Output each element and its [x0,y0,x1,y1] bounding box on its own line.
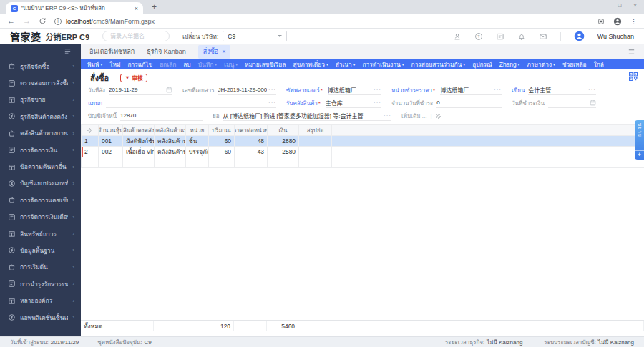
table-cell[interactable]: บรรจุภัณฑ์ [186,147,209,157]
toolbar-edit-button[interactable]: การแก้ไข [124,59,156,69]
ellipsis-picker-icon[interactable]: ··· [587,87,596,93]
toolbar-close-button[interactable]: ใกล้ [590,59,608,69]
browser-tab[interactable]: C "แม่บ้าน" ERP C9 <S> หน้าที่หลัก × [6,2,143,14]
note-icon[interactable] [496,32,504,41]
toolbar-joint-query-button[interactable]: การสอบสวนร่วมกัน▾ [408,59,469,69]
table-header-cell[interactable] [82,124,99,136]
company-select[interactable]: C9 [223,31,287,41]
sidebar-item-fixed-assets[interactable]: สินทรัพย์ถาวร› [0,225,81,242]
global-search[interactable] [102,31,170,41]
table-cell[interactable]: 2880 [268,136,299,147]
field-pay-days-input[interactable]: 0 [436,99,502,108]
toolbar-print-button[interactable]: พิมพ์▾ [84,59,106,69]
browser-profile-icon[interactable] [613,17,622,26]
table-cell[interactable]: 002 [99,147,123,157]
site-info-icon[interactable]: i [54,18,62,25]
extension-icon[interactable] [597,18,605,25]
table-cell[interactable]: 001 [99,136,123,147]
side-panel-handle[interactable]: ขยาย + [635,120,644,160]
table-cell[interactable] [299,136,332,147]
toolbar-language-button[interactable]: ภาษาต่าง▾ [523,59,558,69]
refresh-icon[interactable] [39,17,47,25]
table-cell[interactable]: ชิ้น [186,136,209,147]
toolbar-single-health-button[interactable]: สุขภาพเดี่ยว▾ [289,59,331,69]
new-tab-button[interactable]: + [152,2,157,12]
sidebar-item-multi-org[interactable]: หลายองค์กร› [0,292,81,308]
table-gear-icon[interactable] [87,127,93,134]
bell-icon[interactable] [517,32,526,41]
toolbar-copy-button[interactable]: สำเนา▾ [332,59,359,69]
table-cell[interactable]: เนื้อเยื่อ Vinda [123,147,155,157]
sidebar-item-finance[interactable]: การจัดการเงิน› [0,142,81,158]
search-input[interactable] [110,33,159,39]
field-label[interactable]: รับคลังสินค้า* [286,99,326,108]
tab-close-icon[interactable]: × [222,48,225,55]
audit-icon[interactable] [453,32,462,41]
sidebar-item-system-maintenance[interactable]: การบำรุงรักษาระบบ› [0,275,81,292]
field-writer-input[interactable]: 会计主管··· [528,86,596,95]
sidebar-item-purchase[interactable]: ธุรกิจจัดซื้อ› [0,58,81,74]
field-department-input[interactable]: ··· [106,99,276,108]
ellipsis-picker-icon[interactable]: ··· [267,87,276,93]
toolbar-zhang-button[interactable]: Zhang▾ [496,61,524,68]
tab-close-icon[interactable]: × [135,5,138,12]
sidebar-item-basic-data[interactable]: ข้อมูลพื้นฐาน› [0,242,81,258]
sidebar-item-other-query[interactable]: ข้อความค้นหาอื่น ๆ› [0,158,81,175]
table-cell[interactable]: 60 [209,136,235,147]
sidebar-item-purchase-review[interactable]: ตรวจสอบการสั่งซื้อ› [0,74,81,91]
sidebar-collapse-icon[interactable] [64,47,72,55]
more-fields-link[interactable]: เพิ่มเติม ...| [401,112,441,121]
tab-purchase-order[interactable]: สั่งซื้อ× [198,45,231,59]
sidebar-item-payroll[interactable]: การจัดการเงินเดือน› [0,209,81,225]
sidebar-item-app-center[interactable]: แอพพลิเคชั่นเซ็นเตอร์› [0,309,81,326]
toolbar-serial-number-button[interactable]: หมายเลขซีเรียล [241,59,289,69]
field-recv-warehouse-input[interactable]: 主仓库··· [326,99,381,108]
sidebar-item-cashier[interactable]: การจัดการแคชเชียร์› [0,192,81,208]
ellipsis-picker-icon[interactable]: ··· [382,112,391,119]
toolbar-equipment-button[interactable]: อุปกรณ์ [469,59,496,69]
table-header-cell[interactable]: หน่วย [186,124,209,136]
table-empty-row[interactable] [81,157,644,168]
table-header-cell[interactable]: ชื่อสินค้าคงคลังแ.. [123,124,155,136]
field-pay-unit-input[interactable]: 博达纸箱厂··· [440,86,502,95]
browser-menu-icon[interactable]: ⋮ [630,18,637,25]
field-payable-balance-input[interactable]: 12870 [120,112,203,121]
table-cell[interactable]: 43 [235,147,268,157]
mail-icon[interactable] [539,32,547,41]
table-cell[interactable] [299,147,332,157]
help-icon[interactable]: ? [474,32,483,41]
table-header-cell[interactable]: ปริมาณ [209,124,235,136]
sidebar-item-general-ledger[interactable]: บัญชีแยกประเภททั่วไป› [0,175,81,192]
table-header-cell[interactable]: ราคาต่อหน่วย [235,124,268,136]
field-doc-no-input[interactable]: JH-2019-11-29-00004··· [218,86,276,95]
table-cell[interactable]: คลังสินค้าหลัก [155,147,186,157]
calendar-icon[interactable] [590,99,596,106]
field-order-date-input[interactable]: 2019-11-29 [109,86,172,95]
toolbar-delete-button[interactable]: ลบ [180,59,194,69]
qr-code-icon[interactable] [629,72,638,81]
gear-icon[interactable] [435,113,441,119]
tab-main-interface[interactable]: อินเตอร์เฟซหลัก [89,47,135,57]
table-header-cell[interactable]: สรุปย่อ [299,124,332,136]
forward-icon[interactable]: → [23,17,31,25]
field-label[interactable]: ซัพพลายเออร์* [286,86,328,95]
ellipsis-picker-icon[interactable]: ··· [372,99,381,106]
sidebar-item-physical-warehouse[interactable]: คลังสินค้าทางกายภาพ› [0,125,81,142]
calendar-icon[interactable] [166,87,172,93]
table-cell[interactable]: 48 [235,136,268,147]
tab-list-icon[interactable] [628,48,635,56]
toolbar-new-button[interactable]: ใหม่ [106,59,124,69]
toolbar-help-button[interactable]: ช่วยเหลือ [559,59,590,69]
field-summary-input[interactable]: 从 [博达纸箱厂] 购进 [管家婆多功能加湿器] 等:会计主管··· [223,112,392,121]
field-pay-date-input[interactable] [548,99,596,108]
table-cell[interactable]: 2580 [268,147,299,157]
table-row[interactable]: 1001มัลติฟังก์ชั่นเ...คลังสินค้าหลักชิ้น… [81,136,644,147]
table-header-cell[interactable]: จำนวนหุ้น [99,124,123,136]
ellipsis-picker-icon[interactable]: ··· [372,87,381,93]
table-cell[interactable]: คลังสินค้าหลัก [155,136,186,147]
sidebar-item-inventory[interactable]: ธุรกิจสินค้าคงคลัง› [0,108,81,124]
close-window-icon[interactable]: × [633,2,637,9]
table-cell[interactable]: 60 [209,147,235,157]
ellipsis-picker-icon[interactable]: ··· [267,99,276,106]
field-label[interactable]: เขียน [512,86,528,95]
